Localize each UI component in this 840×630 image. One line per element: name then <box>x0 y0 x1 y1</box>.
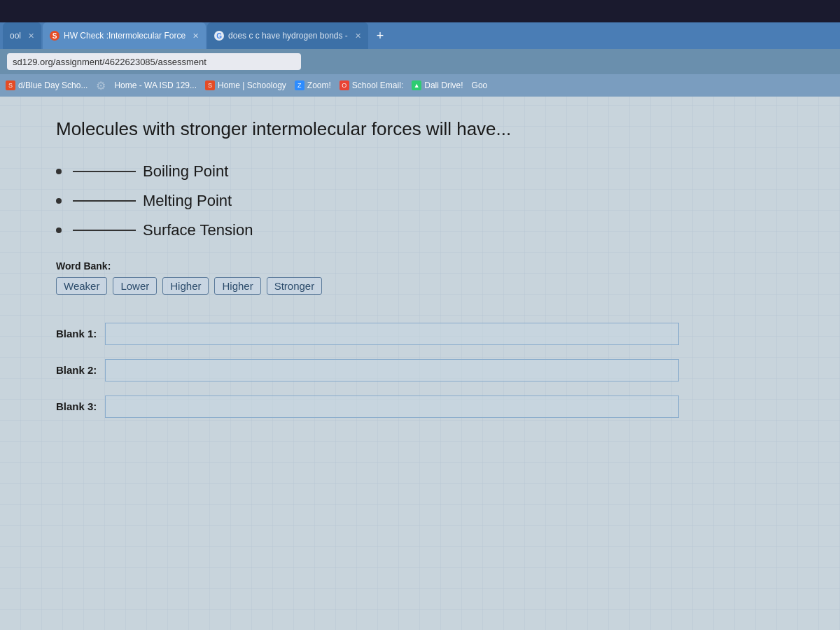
bookmark-schoology-icon: S <box>205 80 215 90</box>
bookmark-email-label: School Email: <box>352 80 403 90</box>
bullet-text-melting: Melting Point <box>143 192 232 210</box>
tab-ool-label: ool <box>10 31 21 41</box>
bookmark-blue-day-label: d/Blue Day Scho... <box>18 80 88 90</box>
blank-row-2: Blank 2: <box>56 359 784 382</box>
blank-label-3: Blank 3: <box>56 400 105 412</box>
bookmark-zoom[interactable]: Z Zoom! <box>295 80 331 90</box>
blank-line-surface <box>73 230 136 231</box>
blank-label-2: Blank 2: <box>56 364 105 376</box>
bookmarks-bar: S d/Blue Day Scho... ⚙ Home - WA ISD 129… <box>0 74 840 97</box>
bullet-dot-3 <box>56 227 62 233</box>
blank-line-boiling <box>73 171 136 172</box>
bookmark-zoom-icon: Z <box>295 80 304 90</box>
tab-google-close[interactable]: ✕ <box>355 31 361 41</box>
bullet-dot-1 <box>56 169 62 174</box>
bookmark-zoom-label: Zoom! <box>307 80 331 90</box>
new-tab-icon: + <box>377 29 384 43</box>
blank-label-1: Blank 1: <box>56 328 105 340</box>
google-icon-tab3: G <box>214 31 224 41</box>
tab-bar: ool ✕ S HW Check :Intermolecular Force ✕… <box>0 22 840 49</box>
tab-hwcheck[interactable]: S HW Check :Intermolecular Force ✕ <box>43 22 206 49</box>
bookmark-google-label: Goo <box>472 80 488 90</box>
bullet-item-boiling: Boiling Point <box>56 162 784 181</box>
bookmark-schoology[interactable]: S Home | Schoology <box>205 80 286 90</box>
schoology-icon-tab2: S <box>50 31 59 41</box>
blank-input-2[interactable] <box>105 359 679 382</box>
bookmark-dali-label: Dali Drive! <box>424 80 463 90</box>
chip-higher-2[interactable]: Higher <box>214 277 260 295</box>
address-bar <box>0 49 840 74</box>
word-bank-section: Word Bank: Weaker Lower Higher Higher St… <box>56 260 784 295</box>
chip-higher-1[interactable]: Higher <box>162 277 209 295</box>
bullet-list: Boiling Point Melting Point Surface Tens… <box>56 162 784 239</box>
address-input[interactable] <box>7 53 301 70</box>
bullet-text-boiling: Boiling Point <box>143 162 228 181</box>
bookmark-schoology-label: Home | Schoology <box>218 80 286 90</box>
bookmark-email-icon: O <box>340 80 349 90</box>
separator-1: ⚙ <box>96 79 106 92</box>
new-tab-button[interactable]: + <box>370 22 391 49</box>
bookmark-dali-icon: ▲ <box>412 80 421 90</box>
tab-google[interactable]: G does c c have hydrogen bonds - ✕ <box>207 22 368 49</box>
blank-inputs: Blank 1: Blank 2: Blank 3: <box>56 323 784 418</box>
blank-row-3: Blank 3: <box>56 396 784 418</box>
bullet-item-melting: Melting Point <box>56 192 784 210</box>
chip-weaker[interactable]: Weaker <box>56 277 107 295</box>
chip-stronger[interactable]: Stronger <box>267 277 323 295</box>
question-heading: Molecules with stronger intermolecular f… <box>56 118 784 141</box>
bullet-text-surface: Surface Tension <box>143 221 253 239</box>
tab-google-label: does c c have hydrogen bonds - <box>228 31 348 41</box>
bookmark-blue-day[interactable]: S d/Blue Day Scho... <box>6 80 88 90</box>
bookmark-dali-drive[interactable]: ▲ Dali Drive! <box>412 80 463 90</box>
bookmark-google[interactable]: Goo <box>472 80 488 90</box>
tab-ool[interactable]: ool ✕ <box>3 22 41 49</box>
bullet-item-surface: Surface Tension <box>56 221 784 239</box>
tab-hwcheck-close[interactable]: ✕ <box>192 31 199 41</box>
word-bank-label: Word Bank: <box>56 260 784 272</box>
tab-hwcheck-label: HW Check :Intermolecular Force <box>64 31 186 41</box>
blank-input-3[interactable] <box>105 396 679 418</box>
bookmark-school-email[interactable]: O School Email: <box>340 80 403 90</box>
bookmark-home-wa[interactable]: Home - WA ISD 129... <box>114 80 197 90</box>
bullet-dot-2 <box>56 198 62 204</box>
chip-lower[interactable]: Lower <box>113 277 157 295</box>
bookmark-blue-day-icon: S <box>6 80 15 90</box>
tab-ool-close[interactable]: ✕ <box>28 31 34 41</box>
blank-row-1: Blank 1: <box>56 323 784 345</box>
bookmark-home-wa-label: Home - WA ISD 129... <box>114 80 197 90</box>
blank-line-melting <box>73 200 136 202</box>
word-bank-chips: Weaker Lower Higher Higher Stronger <box>56 277 784 295</box>
top-bar <box>0 0 840 22</box>
blank-input-1[interactable] <box>105 323 679 345</box>
main-content: Molecules with stronger intermolecular f… <box>0 97 840 630</box>
